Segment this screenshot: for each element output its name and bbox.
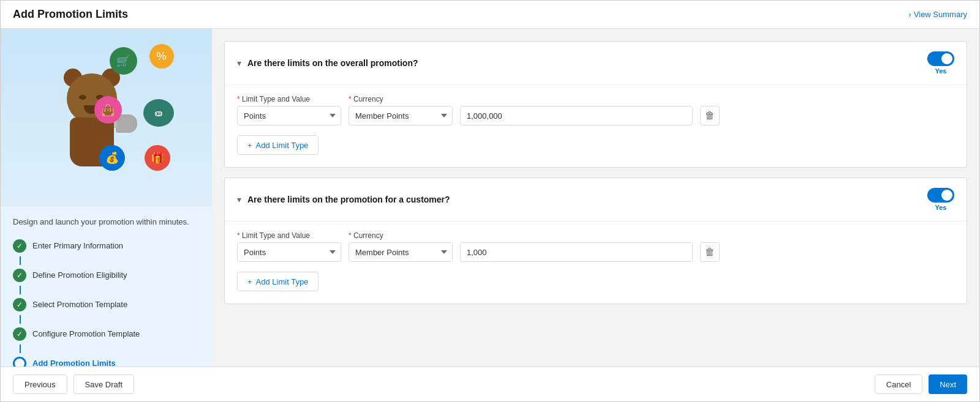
cancel-button[interactable]: Cancel bbox=[875, 374, 922, 394]
overall-form-body: * Limit Type and Value Points Amount Cou… bbox=[225, 85, 967, 167]
page-title: Add Promotion Limits bbox=[13, 8, 128, 21]
customer-toggle[interactable] bbox=[927, 188, 954, 203]
step-icon-1: ✓ bbox=[13, 239, 26, 253]
plus-icon-1: + bbox=[247, 141, 252, 150]
customer-toggle-wrapper: Yes bbox=[927, 188, 954, 211]
steps-list: ✓ Enter Primary Information ✓ Define Pro… bbox=[1, 228, 212, 367]
customer-limit-type-group: * Limit Type and Value Points Amount Cou… bbox=[237, 231, 341, 262]
customer-add-limit-button[interactable]: + Add Limit Type bbox=[237, 272, 318, 291]
customer-form-body: * Limit Type and Value Points Amount Cou… bbox=[225, 221, 967, 303]
step-label-3: Select Promotion Template bbox=[32, 300, 127, 309]
overall-limits-header: ▾ Are there limits on the overall promot… bbox=[225, 42, 967, 85]
sidebar-description: Design and launch your promotion within … bbox=[1, 206, 212, 228]
view-summary-link[interactable]: › View Summary bbox=[908, 10, 967, 19]
overall-currency-label: * Currency bbox=[349, 95, 453, 103]
overall-limit-type-label: * Limit Type and Value bbox=[237, 95, 341, 103]
overall-currency-group: * Currency Member Points USD EUR bbox=[349, 95, 453, 125]
overall-amount-group bbox=[460, 95, 693, 125]
customer-limits-section: ▾ Are there limits on the promotion for … bbox=[224, 177, 967, 304]
overall-limit-type-group: * Limit Type and Value Points Amount Cou… bbox=[237, 95, 341, 125]
overall-toggle[interactable] bbox=[927, 51, 954, 66]
overall-form-row: * Limit Type and Value Points Amount Cou… bbox=[237, 95, 954, 125]
customer-chevron-icon[interactable]: ▾ bbox=[237, 195, 241, 204]
money-float-icon: 💰 bbox=[99, 145, 125, 171]
overall-delete-button[interactable]: 🗑 bbox=[700, 106, 720, 125]
step-item-4: ✓ Configure Promotion Template bbox=[13, 324, 200, 344]
step-icon-5 bbox=[13, 357, 26, 367]
step-connector-1 bbox=[20, 256, 21, 265]
section-title-row-2: ▾ Are there limits on the promotion for … bbox=[237, 195, 450, 204]
plus-icon-2: + bbox=[247, 277, 252, 286]
cart-float-icon: 🛒 bbox=[110, 47, 137, 75]
save-draft-button[interactable]: Save Draft bbox=[74, 374, 134, 394]
step-connector-2 bbox=[20, 286, 21, 294]
step-label-2: Define Promotion Eligibility bbox=[32, 270, 127, 280]
header: Add Promotion Limits › View Summary bbox=[1, 1, 979, 29]
overall-amount-input[interactable] bbox=[460, 106, 693, 125]
step-item-3: ✓ Select Promotion Template bbox=[13, 294, 200, 315]
customer-amount-input[interactable] bbox=[460, 242, 693, 262]
trash-icon-1: 🗑 bbox=[705, 110, 715, 121]
customer-currency-label: * Currency bbox=[349, 231, 453, 240]
bag-float-icon: 👜 bbox=[94, 96, 122, 124]
customer-limit-type-select[interactable]: Points Amount Count bbox=[237, 242, 341, 262]
customer-form-row: * Limit Type and Value Points Amount Cou… bbox=[237, 231, 954, 262]
customer-section-title: Are there limits on the promotion for a … bbox=[247, 195, 450, 204]
customer-limit-type-label: * Limit Type and Value bbox=[237, 231, 341, 240]
step-icon-3: ✓ bbox=[13, 298, 26, 311]
sidebar: 🛒 % 👜 🎟 💰 🎁 Design and launch your promo… bbox=[1, 29, 212, 367]
step-connector-3 bbox=[20, 315, 21, 324]
overall-amount-label bbox=[460, 95, 693, 103]
footer-left: Previous Save Draft bbox=[13, 374, 134, 394]
footer: Previous Save Draft Cancel Next bbox=[1, 367, 979, 401]
customer-amount-label bbox=[460, 231, 693, 240]
overall-currency-select[interactable]: Member Points USD EUR bbox=[349, 106, 453, 125]
step-label-4: Configure Promotion Template bbox=[32, 329, 140, 338]
gift-float-icon: 🎁 bbox=[145, 145, 170, 171]
overall-section-title: Are there limits on the overall promotio… bbox=[247, 58, 418, 68]
customer-amount-group bbox=[460, 231, 693, 262]
step-label-5: Add Promotion Limits bbox=[32, 359, 116, 367]
sidebar-illustration: 🛒 % 👜 🎟 💰 🎁 bbox=[1, 29, 212, 206]
section-title-row-1: ▾ Are there limits on the overall promot… bbox=[237, 58, 418, 68]
customer-toggle-label: Yes bbox=[935, 204, 947, 211]
main-body: 🛒 % 👜 🎟 💰 🎁 Design and launch your promo… bbox=[1, 29, 979, 367]
customer-delete-button[interactable]: 🗑 bbox=[700, 242, 720, 262]
percent-float-icon: % bbox=[149, 44, 174, 69]
step-connector-4 bbox=[20, 344, 21, 353]
step-label-1: Enter Primary Information bbox=[32, 241, 123, 250]
trash-icon-2: 🗑 bbox=[705, 247, 715, 258]
customer-currency-select[interactable]: Member Points USD EUR bbox=[349, 242, 453, 262]
step-icon-2: ✓ bbox=[13, 269, 26, 282]
overall-add-limit-button[interactable]: + Add Limit Type bbox=[237, 135, 318, 155]
customer-limits-header: ▾ Are there limits on the promotion for … bbox=[225, 178, 967, 221]
step-item-5: Add Promotion Limits bbox=[13, 353, 200, 367]
content-area: ▾ Are there limits on the overall promot… bbox=[212, 29, 979, 367]
overall-chevron-icon[interactable]: ▾ bbox=[237, 58, 241, 68]
overall-toggle-label: Yes bbox=[935, 67, 947, 75]
overall-toggle-wrapper: Yes bbox=[927, 51, 954, 75]
ticket-float-icon: 🎟 bbox=[143, 99, 174, 127]
step-icon-4: ✓ bbox=[13, 327, 26, 341]
step-item-2: ✓ Define Promotion Eligibility bbox=[13, 265, 200, 286]
next-button[interactable]: Next bbox=[929, 374, 967, 394]
step-item-1: ✓ Enter Primary Information bbox=[13, 236, 200, 256]
chevron-right-icon: › bbox=[908, 10, 911, 19]
previous-button[interactable]: Previous bbox=[13, 374, 67, 394]
customer-currency-group: * Currency Member Points USD EUR bbox=[349, 231, 453, 262]
app-container: Add Promotion Limits › View Summary bbox=[0, 0, 980, 402]
overall-limits-section: ▾ Are there limits on the overall promot… bbox=[224, 41, 967, 168]
footer-right: Cancel Next bbox=[875, 374, 967, 394]
overall-limit-type-select[interactable]: Points Amount Count bbox=[237, 106, 341, 125]
